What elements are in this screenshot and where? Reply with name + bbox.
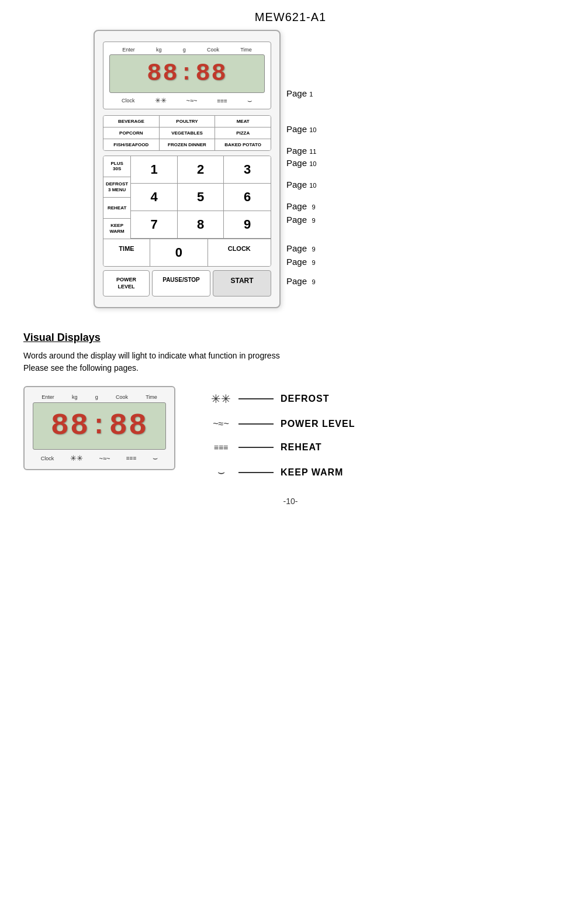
defrost-label: DEFROST [281, 394, 329, 404]
keepwarm-btn[interactable]: KEEPWARM [103, 219, 130, 239]
food-row-3: FISH/SEAFOOD FROZEN DINNER BAKED POTATO [103, 139, 271, 150]
warm-icon-legend: ⌣ [210, 466, 231, 479]
pizza-btn[interactable]: PIZZA [215, 127, 271, 139]
clock-btn[interactable]: CLOCK [208, 239, 271, 266]
page-ref-1: Page 1 [286, 88, 316, 98]
label-kg: kg [156, 47, 162, 53]
clock-label-top: Clock [122, 98, 135, 104]
page-ref-2: Page 10 [286, 124, 316, 134]
defrost-icon-top: ✳✳ [155, 96, 167, 105]
icon-legend: ✳✳ DEFROST ~≈~ POWER LEVEL ≡≡≡ REHEAT ⌣ … [210, 386, 558, 479]
page-ref-4: Page 10 [286, 158, 316, 168]
defrost-btn[interactable]: DEFROST3 MENU [103, 177, 130, 198]
key-0[interactable]: 0 [150, 239, 208, 266]
vegetables-btn[interactable]: VEGETABLES [160, 127, 216, 139]
warm-icon-top: ⌣ [247, 96, 253, 105]
key-5[interactable]: 5 [178, 184, 224, 211]
number-keys: 1 2 3 4 5 6 7 8 9 [131, 156, 271, 239]
display-panel: Enter kg g Cook Time 88 : 88 Clock ✳✳ ~≈… [103, 42, 271, 109]
keypad-side-buttons: PLUS30S DEFROST3 MENU REHEAT KEEPWARM [103, 156, 131, 239]
digit-2: 88 [195, 60, 227, 88]
time-btn[interactable]: TIME [103, 239, 150, 266]
keypad-main: PLUS30S DEFROST3 MENU REHEAT KEEPWARM 1 … [103, 156, 271, 239]
page-ref-5: Page 10 [286, 180, 316, 189]
power-level-btn[interactable]: POWERLEVEL [103, 270, 150, 296]
label-enter: Enter [122, 47, 135, 53]
page-ref-3: Page 11 [286, 146, 316, 156]
sl-enter: Enter [42, 394, 54, 400]
key-6[interactable]: 6 [224, 184, 271, 211]
model-title: MEW621-A1 [0, 0, 581, 30]
legend-line-4 [238, 472, 274, 473]
sl-time: Time [146, 394, 157, 400]
key-3[interactable]: 3 [224, 156, 271, 184]
small-reheat-icon: ≡≡≡ [126, 455, 137, 461]
display-bottom-icons: Clock ✳✳ ~≈~ ≡≡≡ ⌣ [109, 96, 265, 105]
small-colon: : [91, 413, 108, 440]
legend-warm: ⌣ KEEP WARM [210, 466, 558, 479]
fish-btn[interactable]: FISH/SEAFOOD [103, 139, 160, 150]
power-icon-legend: ~≈~ [210, 419, 231, 429]
key-2[interactable]: 2 [178, 156, 224, 184]
plus30s-btn[interactable]: PLUS30S [103, 156, 130, 177]
page-ref-8: Page 9 [286, 243, 316, 253]
legend-reheat: ≡≡≡ REHEAT [210, 442, 558, 453]
legend-line-2 [238, 423, 274, 425]
page-ref-9: Page 9 [286, 257, 316, 267]
key-8[interactable]: 8 [178, 211, 224, 239]
page-ref-6: Page 9 [286, 201, 316, 211]
display-screen: 88 : 88 [109, 54, 265, 93]
reheat-label: REHEAT [281, 442, 322, 453]
page-ref-7: Page 9 [286, 215, 316, 225]
popcorn-btn[interactable]: POPCORN [103, 127, 160, 139]
action-buttons: POWERLEVEL PAUSE/STOP START [103, 270, 271, 296]
legend-power: ~≈~ POWER LEVEL [210, 419, 558, 429]
power-icon-top: ~≈~ [186, 97, 198, 104]
visual-displays-desc: Words around the display will light to i… [23, 350, 558, 374]
reheat-btn[interactable]: REHEAT [103, 198, 130, 219]
microwave-diagram: Enter kg g Cook Time 88 : 88 Clock ✳✳ ~≈… [94, 30, 281, 308]
keypad-bottom-row: TIME 0 CLOCK [103, 239, 271, 266]
small-warm-icon: ⌣ [153, 453, 158, 463]
small-display-screen: 88 : 88 [33, 402, 166, 450]
start-btn[interactable]: START [213, 270, 271, 296]
sl-g: g [95, 394, 98, 400]
small-display-bottom: Clock ✳✳ ~≈~ ≡≡≡ ⌣ [33, 453, 166, 463]
frozen-btn[interactable]: FROZEN DINNER [160, 139, 216, 150]
small-power-icon: ~≈~ [99, 455, 110, 462]
small-display-labels: Enter kg g Cook Time [33, 394, 166, 400]
key-1[interactable]: 1 [131, 156, 178, 184]
page-references: Page 1 Page 10 Page 11 Page 10 Page 10 P… [286, 42, 316, 287]
warm-label: KEEP WARM [281, 467, 343, 478]
sl-cook: Cook [116, 394, 128, 400]
potato-btn[interactable]: BAKED POTATO [215, 139, 271, 150]
meat-btn[interactable]: MEAT [215, 116, 271, 127]
legend-defrost: ✳✳ DEFROST [210, 392, 558, 406]
display-colon: : [180, 63, 195, 85]
food-buttons-grid: BEVERAGE POULTRY MEAT POPCORN VEGETABLES… [103, 115, 271, 151]
label-time: Time [240, 47, 252, 53]
key-7[interactable]: 7 [131, 211, 178, 239]
defrost-icon-legend: ✳✳ [210, 392, 231, 406]
small-clock-label: Clock [41, 456, 54, 461]
small-digit-2: 88 [109, 409, 148, 443]
small-digit-1: 88 [51, 409, 89, 443]
label-g: g [183, 47, 186, 53]
food-row-1: BEVERAGE POULTRY MEAT [103, 116, 271, 127]
key-4[interactable]: 4 [131, 184, 178, 211]
poultry-btn[interactable]: POULTRY [160, 116, 216, 127]
visual-section: Visual Displays Words around the display… [0, 320, 581, 374]
sl-kg: kg [72, 394, 78, 400]
page-ref-10: Page 9 [286, 276, 316, 286]
display-labels: Enter kg g Cook Time [109, 47, 265, 53]
bottom-section: Enter kg g Cook Time 88 : 88 Clock ✳✳ ~≈… [0, 386, 581, 479]
beverage-btn[interactable]: BEVERAGE [103, 116, 160, 127]
legend-line-1 [238, 398, 274, 399]
key-9[interactable]: 9 [224, 211, 271, 239]
pause-stop-btn[interactable]: PAUSE/STOP [152, 270, 210, 296]
small-defrost-icon: ✳✳ [70, 454, 83, 463]
food-row-2: POPCORN VEGETABLES PIZZA [103, 127, 271, 139]
diagram-area: Enter kg g Cook Time 88 : 88 Clock ✳✳ ~≈… [0, 30, 581, 308]
keypad: PLUS30S DEFROST3 MENU REHEAT KEEPWARM 1 … [103, 156, 271, 267]
digit-1: 88 [147, 60, 178, 88]
